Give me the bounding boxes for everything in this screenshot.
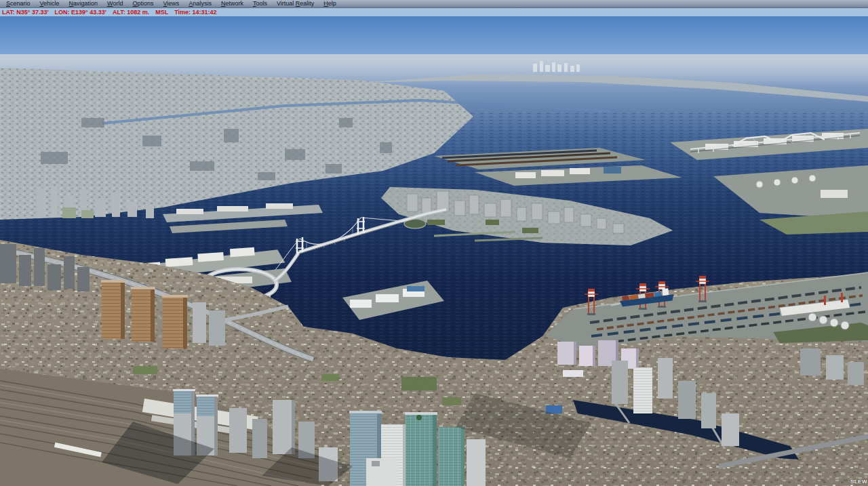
menu-item-label: iews — [167, 0, 179, 7]
menu-item-label: cenario — [10, 0, 31, 7]
menu-item-vehicle[interactable]: Vehicle — [35, 0, 64, 7]
helipad — [416, 415, 422, 420]
sim-viewport[interactable]: SLEW — [0, 16, 868, 486]
menu-item-options[interactable]: Options — [127, 0, 158, 7]
menu-item-label: ptions — [137, 0, 153, 7]
menu-item-label: elp — [328, 0, 336, 7]
menu-item-network[interactable]: Network — [216, 0, 248, 7]
menu-item-views[interactable]: Views — [159, 0, 184, 7]
sim-world-view — [0, 16, 868, 486]
status-msl: MSL — [155, 9, 168, 16]
status-time: Time: 14:31:42 — [174, 9, 216, 16]
menu-item-analysis[interactable]: Analysis — [184, 0, 216, 7]
menu-item-tools[interactable]: Tools — [248, 0, 272, 7]
menu-item-world[interactable]: World — [102, 0, 127, 7]
status-bar: LAT: N35° 37.33' LON: E139° 43.33' ALT: … — [0, 8, 868, 16]
status-longitude: LON: E139° 43.33' — [55, 9, 106, 16]
menu-item-label: orld — [113, 0, 123, 7]
status-altitude: ALT: 1082 m. — [113, 9, 149, 16]
menu-bar: Scenario Vehicle Navigation World Option… — [0, 0, 868, 8]
menu-item-label: eality — [300, 0, 314, 7]
menu-item-label: Virtual — [277, 0, 296, 7]
menu-item-label: ehicle — [43, 0, 60, 7]
menu-item-scenario[interactable]: Scenario — [1, 0, 35, 7]
menu-item-label: etwork — [225, 0, 243, 7]
menu-item-label: ools — [256, 0, 267, 7]
menu-item-navigation[interactable]: Navigation — [64, 0, 103, 7]
menu-item-virtual-reality[interactable]: Virtual Reality — [272, 0, 319, 7]
menu-item-label: nalysis — [193, 0, 212, 7]
prepar3d-window: Scenario Vehicle Navigation World Option… — [0, 0, 868, 486]
slew-mode-indicator: SLEW — [850, 479, 867, 485]
menu-item-label: avigation — [73, 0, 98, 7]
menu-item-help[interactable]: Help — [319, 0, 341, 7]
status-latitude: LAT: N35° 37.33' — [2, 9, 49, 16]
